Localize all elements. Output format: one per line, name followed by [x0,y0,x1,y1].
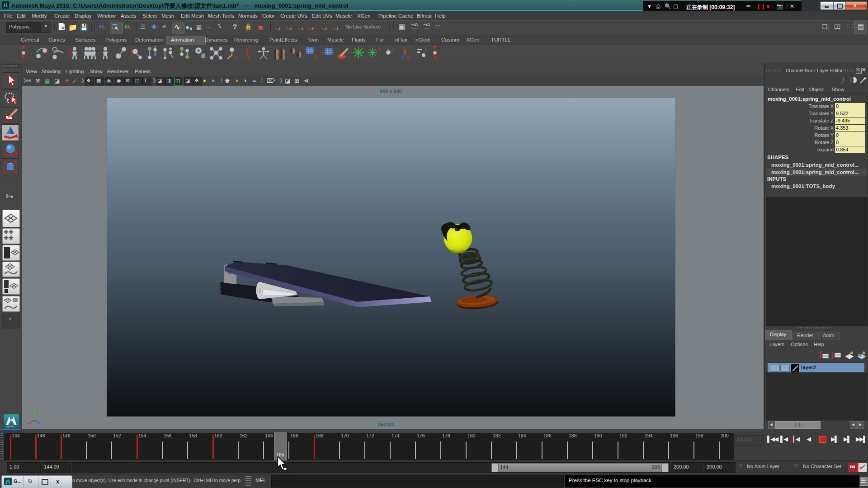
svg-text:!: ! [378,46,380,53]
svg-text:m: m [284,468,286,471]
svg-text:!: ! [425,46,427,53]
svg-text:!: ! [392,46,394,53]
